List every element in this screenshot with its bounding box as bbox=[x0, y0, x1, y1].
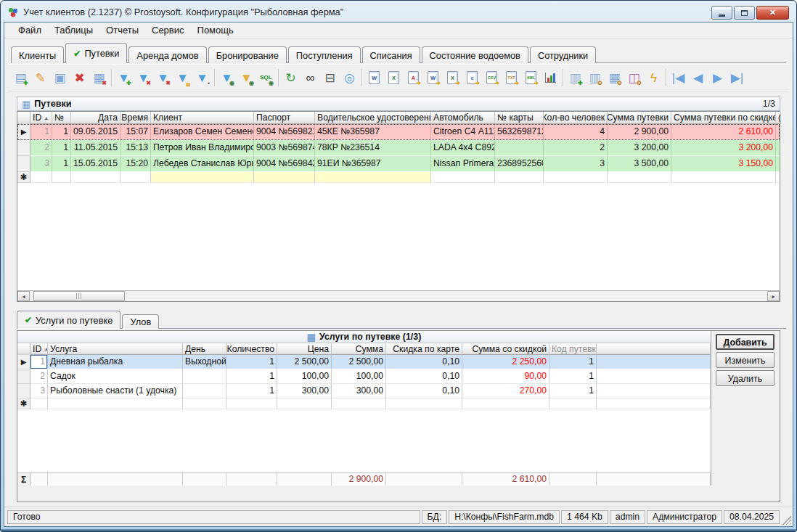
table-cell[interactable] bbox=[544, 172, 608, 183]
table-cell[interactable]: Петров Иван Владимирови bbox=[151, 140, 254, 156]
tab-item[interactable]: Бронирование bbox=[208, 46, 287, 63]
export-csv-icon[interactable]: CSV➜ bbox=[482, 68, 502, 88]
record-settings-icon[interactable]: ▥⚙ bbox=[585, 68, 605, 88]
table-cell[interactable]: 15:13 bbox=[120, 140, 151, 156]
table-cell[interactable]: 1 bbox=[549, 355, 597, 369]
table-cell[interactable] bbox=[671, 172, 776, 183]
table-cell[interactable] bbox=[776, 124, 780, 140]
menu-item[interactable]: Помощь bbox=[191, 23, 240, 37]
table-cell[interactable]: 0,10 bbox=[386, 384, 462, 398]
column-header[interactable]: Время bbox=[120, 112, 151, 124]
table-cell[interactable]: 9004 №569842 bbox=[254, 156, 315, 172]
table-cell[interactable]: 2 500,00 bbox=[277, 355, 332, 369]
filter-show-icon[interactable]: ▼◉ bbox=[217, 68, 237, 88]
table-cell[interactable] bbox=[71, 172, 120, 183]
table-cell[interactable]: 15:20 bbox=[120, 156, 151, 172]
table-cell[interactable] bbox=[52, 172, 71, 183]
table-cell[interactable] bbox=[597, 369, 711, 384]
export-xml-icon[interactable]: XML➜ bbox=[521, 68, 541, 88]
chart-icon[interactable] bbox=[541, 68, 560, 88]
table-cell[interactable] bbox=[462, 398, 549, 409]
filter-remove-icon[interactable]: ▼✖ bbox=[134, 68, 153, 88]
table-row[interactable]: ✱ bbox=[17, 172, 780, 183]
table-cell[interactable] bbox=[495, 140, 544, 156]
table-row[interactable]: 2Садок1100,00100,000,1090,001 bbox=[17, 369, 711, 384]
table-cell[interactable]: 09.05.2015 bbox=[71, 124, 120, 140]
table-row[interactable]: ✱ bbox=[17, 398, 711, 409]
table-cell[interactable]: 9004 №569821 bbox=[254, 124, 315, 140]
table-row[interactable]: ▶1Дневная рыбалкаВыходной12 500,002 500,… bbox=[17, 355, 711, 369]
tab-item[interactable]: Аренда домов bbox=[128, 46, 206, 63]
table-cell[interactable]: 2 bbox=[30, 369, 48, 384]
column-header[interactable]: ID▲ bbox=[30, 112, 52, 124]
filter-add-icon[interactable]: ▼✚ bbox=[114, 68, 134, 88]
column-header[interactable]: Автомобиль bbox=[431, 112, 495, 124]
table-cell[interactable]: 3 bbox=[30, 384, 48, 398]
table-cell[interactable]: 270,00 bbox=[462, 384, 549, 398]
table-cell[interactable]: 90,00 bbox=[462, 369, 549, 384]
tab-item[interactable]: Улов bbox=[122, 314, 159, 329]
table-cell[interactable] bbox=[30, 172, 52, 183]
filter-open-icon[interactable]: ▼▄ bbox=[173, 68, 192, 88]
table-cell[interactable] bbox=[431, 172, 495, 183]
column-header[interactable]: Дата bbox=[71, 112, 120, 124]
column-header[interactable]: Клиент bbox=[151, 112, 254, 124]
menu-item[interactable]: Отчеты bbox=[99, 23, 145, 37]
table-cell[interactable] bbox=[332, 398, 386, 409]
table-cell[interactable]: 0,10 bbox=[386, 355, 462, 369]
table-cell[interactable]: 100,00 bbox=[277, 369, 332, 384]
tab-item[interactable]: Поступления bbox=[288, 46, 361, 63]
hotkey-icon[interactable]: ϟ bbox=[644, 68, 663, 88]
table-cell[interactable]: 78КР №236514 bbox=[315, 140, 431, 156]
table-cell[interactable]: 3 bbox=[30, 156, 52, 172]
copy-record-icon[interactable]: ▣ bbox=[50, 68, 70, 88]
table-cell[interactable]: LADA 4x4 С892С bbox=[431, 140, 495, 156]
column-header[interactable]: Сумма путевки bbox=[608, 112, 671, 124]
table-cell[interactable]: 1 bbox=[226, 384, 277, 398]
table-cell[interactable]: 2 500,00 bbox=[332, 355, 386, 369]
delete-table-records-icon[interactable]: ▦✖ bbox=[89, 68, 109, 88]
table-cell[interactable]: Nissan Primera Е8 bbox=[431, 156, 495, 172]
filter-tree-icon[interactable]: ▼◉ bbox=[237, 68, 256, 88]
table-cell[interactable]: 0,10 bbox=[386, 369, 462, 384]
add-button[interactable]: Добавить bbox=[716, 334, 774, 350]
table-cell[interactable]: 2 bbox=[30, 140, 52, 156]
delete-button[interactable]: Удалить bbox=[716, 370, 774, 386]
table-cell[interactable]: 5632698712 bbox=[495, 124, 544, 140]
sql-view-icon[interactable]: SQL◉ bbox=[256, 68, 276, 88]
maximize-button[interactable] bbox=[734, 6, 755, 20]
table-cell[interactable]: 1 bbox=[30, 124, 52, 140]
column-header[interactable]: Сумма bbox=[332, 343, 386, 355]
tab-item[interactable]: Сотрудники bbox=[530, 46, 596, 63]
tab-item[interactable]: Состояние водоемов bbox=[422, 46, 528, 63]
print-icon[interactable]: ⊟ bbox=[320, 68, 340, 88]
table-cell[interactable]: 3 200,00 bbox=[671, 140, 776, 156]
scroll-right-arrow-icon[interactable]: ▸ bbox=[767, 291, 780, 301]
table-cell[interactable]: 2368952560 bbox=[495, 156, 544, 172]
nav-prev-icon[interactable]: ◀ bbox=[688, 68, 708, 88]
table-cell[interactable]: 2 610,00 bbox=[671, 124, 776, 140]
table-cell[interactable]: 2 900,00 bbox=[608, 124, 671, 140]
column-header[interactable]: Услуга bbox=[48, 343, 183, 355]
table-cell[interactable] bbox=[226, 398, 277, 409]
export-html-icon[interactable]: e➜ bbox=[462, 68, 482, 88]
search-icon[interactable]: ∞ bbox=[301, 68, 320, 88]
table-cell[interactable]: Садок bbox=[48, 369, 183, 384]
table-row[interactable]: 2111.05.201515:13Петров Иван Владимирови… bbox=[17, 140, 780, 156]
table-cell[interactable] bbox=[48, 398, 183, 409]
table-cell[interactable]: 1 bbox=[226, 355, 277, 369]
table-cell[interactable] bbox=[608, 172, 671, 183]
column-header[interactable]: ( bbox=[776, 112, 781, 124]
column-header[interactable]: Сумма путевки по скидке bbox=[671, 112, 776, 124]
table-cell[interactable]: 2 250,00 bbox=[462, 355, 549, 369]
table-cell[interactable] bbox=[254, 172, 315, 183]
column-header[interactable]: Сумма со скидкой bbox=[462, 343, 549, 355]
table-cell[interactable]: 4 bbox=[544, 124, 608, 140]
table-cell[interactable]: 1 bbox=[52, 124, 71, 140]
edit-button[interactable]: Изменить bbox=[716, 352, 774, 368]
export-txt-icon[interactable]: TXT➜ bbox=[502, 68, 521, 88]
table-cell[interactable]: 11.05.2015 bbox=[71, 140, 120, 156]
table-cell[interactable] bbox=[597, 384, 711, 398]
form-settings-icon[interactable]: ◫⚙ bbox=[624, 68, 644, 88]
table-row[interactable]: 3115.05.201515:20Лебедев Станислав Юрьев… bbox=[17, 156, 780, 172]
